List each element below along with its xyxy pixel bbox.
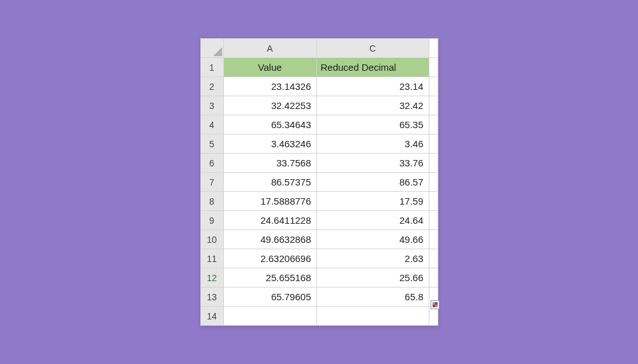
- cell-reduced[interactable]: 3.46: [316, 135, 429, 154]
- cell-pad[interactable]: [429, 249, 438, 268]
- cell-value[interactable]: 65.79605: [223, 288, 316, 307]
- cell-pad[interactable]: [429, 173, 438, 192]
- cell-pad[interactable]: [429, 115, 438, 135]
- row-number[interactable]: 2: [200, 77, 223, 96]
- row-number[interactable]: 11: [200, 249, 223, 268]
- table-row: 8 17.5888776 17.59: [200, 192, 438, 211]
- cell-value[interactable]: 2.63206696: [223, 249, 316, 268]
- cell-reduced[interactable]: 24.64: [316, 211, 429, 230]
- row-number[interactable]: 12: [200, 268, 223, 288]
- table-row: 12 25.655168 25.66: [200, 268, 438, 288]
- table-row: 13 65.79605 65.8: [200, 288, 438, 307]
- cell-value[interactable]: 17.5888776: [223, 192, 316, 211]
- row-number[interactable]: 6: [200, 154, 223, 173]
- cell-value[interactable]: 24.6411228: [223, 211, 316, 230]
- cell-empty[interactable]: [316, 307, 429, 326]
- grid[interactable]: A C 1 Value Reduced Decimal 2 23.14326 2…: [200, 38, 438, 326]
- table-row: 3 32.42253 32.42: [200, 96, 438, 115]
- cell-value[interactable]: 23.14326: [223, 77, 316, 96]
- row-number[interactable]: 7: [200, 173, 223, 192]
- spreadsheet: A C 1 Value Reduced Decimal 2 23.14326 2…: [200, 38, 438, 326]
- column-header-A[interactable]: A: [223, 39, 316, 58]
- row-number[interactable]: 3: [200, 96, 223, 115]
- cell-pad[interactable]: [429, 154, 438, 173]
- cell-pad[interactable]: [429, 135, 438, 154]
- row-number[interactable]: 13: [200, 288, 223, 307]
- cell-value[interactable]: 33.7568: [223, 154, 316, 173]
- row-number[interactable]: 10: [200, 230, 223, 249]
- table-row: 6 33.7568 33.76: [200, 154, 438, 173]
- cell-reduced[interactable]: 23.14: [316, 77, 429, 96]
- cell-pad[interactable]: [429, 96, 438, 115]
- cell-pad[interactable]: [429, 77, 438, 96]
- cell-value[interactable]: 65.34643: [223, 115, 316, 135]
- select-all-corner[interactable]: [200, 39, 223, 58]
- row-number[interactable]: 1: [200, 58, 223, 77]
- column-header-pad: [429, 39, 438, 58]
- row-number[interactable]: 5: [200, 135, 223, 154]
- cell-value[interactable]: 25.655168: [223, 268, 316, 288]
- cell-value[interactable]: 86.57375: [223, 173, 316, 192]
- column-header-row: A C: [200, 39, 438, 58]
- cell-value[interactable]: 32.42253: [223, 96, 316, 115]
- cell-reduced[interactable]: 32.42: [316, 96, 429, 115]
- cell-reduced[interactable]: 86.57: [316, 173, 429, 192]
- header-cell-value[interactable]: Value: [223, 58, 316, 77]
- table-row: 11 2.63206696 2.63: [200, 249, 438, 268]
- cell-pad[interactable]: [429, 58, 438, 77]
- table-row: 14: [200, 307, 438, 326]
- quick-analysis-icon[interactable]: [431, 300, 440, 309]
- cell-pad[interactable]: [429, 268, 438, 288]
- cell-reduced[interactable]: 65.8: [316, 288, 429, 307]
- cell-empty[interactable]: [223, 307, 316, 326]
- table-row: 9 24.6411228 24.64: [200, 211, 438, 230]
- cell-value[interactable]: 49.6632868: [223, 230, 316, 249]
- column-header-C[interactable]: C: [316, 39, 429, 58]
- cell-pad[interactable]: [429, 307, 438, 326]
- table-row: 10 49.6632868 49.66: [200, 230, 438, 249]
- cell-reduced[interactable]: 25.66: [316, 268, 429, 288]
- table-row: 1 Value Reduced Decimal: [200, 58, 438, 77]
- cell-pad[interactable]: [429, 230, 438, 249]
- row-number[interactable]: 14: [200, 307, 223, 326]
- table-row: 7 86.57375 86.57: [200, 173, 438, 192]
- cell-reduced[interactable]: 49.66: [316, 230, 429, 249]
- row-number[interactable]: 9: [200, 211, 223, 230]
- table-row: 4 65.34643 65.35: [200, 115, 438, 135]
- cell-value[interactable]: 3.463246: [223, 135, 316, 154]
- table-row: 2 23.14326 23.14: [200, 77, 438, 96]
- table-row: 5 3.463246 3.46: [200, 135, 438, 154]
- cell-reduced[interactable]: 17.59: [316, 192, 429, 211]
- cell-pad[interactable]: [429, 192, 438, 211]
- cell-reduced[interactable]: 65.35: [316, 115, 429, 135]
- cell-reduced[interactable]: 2.63: [316, 249, 429, 268]
- header-cell-reduced[interactable]: Reduced Decimal: [316, 58, 429, 77]
- cell-reduced[interactable]: 33.76: [316, 154, 429, 173]
- row-number[interactable]: 4: [200, 115, 223, 135]
- cell-pad[interactable]: [429, 211, 438, 230]
- row-number[interactable]: 8: [200, 192, 223, 211]
